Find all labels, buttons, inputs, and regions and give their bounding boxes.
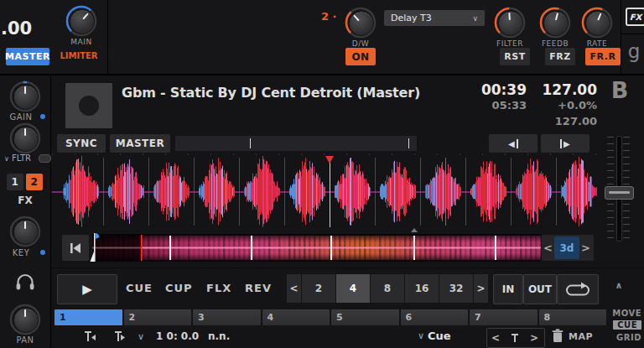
next-cue-icon[interactable] xyxy=(111,330,127,343)
track-title: Gbm - Static By DJ Cent Detroit (Master) xyxy=(122,85,420,101)
cue-type-select[interactable]: ∨ Cue xyxy=(418,330,451,342)
fx-rate-knob[interactable] xyxy=(581,7,613,39)
cue-flag-icon xyxy=(504,332,526,344)
cue-type-stepper: < > xyxy=(486,328,545,348)
fx-on-button[interactable]: ON xyxy=(345,48,376,65)
tempo-fader-handle[interactable] xyxy=(605,186,634,200)
loop-in-button[interactable]: IN xyxy=(493,274,523,304)
channel-strip: GAIN ∨ FLTR 1 2 FX KEY PAN xyxy=(0,75,51,348)
filter-knob[interactable] xyxy=(9,122,41,154)
fx-rate-label: RATE xyxy=(581,39,613,48)
tempo-fader-grip-line xyxy=(609,191,630,194)
edit-mode-grid[interactable]: GRID xyxy=(616,333,641,342)
skip-start-icon xyxy=(69,242,82,254)
phase-tick xyxy=(408,138,409,148)
fx-panel-badge-icon[interactable]: FX xyxy=(626,8,644,26)
chevron-down-icon: ∨ xyxy=(418,330,424,341)
bpm-base: 127.00 xyxy=(528,115,597,127)
hotcue-pads: 1 2 3 4 5 6 7 8 xyxy=(55,309,606,325)
gain-status-led xyxy=(40,114,45,119)
advanced-panel-chevron[interactable]: ∧ xyxy=(610,280,627,291)
hotcue-pad-3[interactable]: 3 xyxy=(193,309,261,325)
hotcue-pad-6[interactable]: 6 xyxy=(401,309,469,325)
fx-freeze-button[interactable]: FRZ xyxy=(545,48,575,65)
sync-button[interactable]: SYNC xyxy=(57,134,106,153)
fx-dry-wet-label: D/W xyxy=(345,39,377,48)
fx-assign-2-button[interactable]: 2 xyxy=(26,174,43,190)
waveform-canvas[interactable] xyxy=(52,156,597,227)
fx-preset-select[interactable]: Delay T3 ∨ xyxy=(384,10,485,26)
stripe-view-mode-button[interactable]: 3d xyxy=(554,236,579,259)
fx-feedback-knob[interactable] xyxy=(539,7,571,39)
tempo-bend-right-button[interactable]: ▶ xyxy=(541,134,589,153)
waveform-panel xyxy=(52,156,597,227)
album-art-placeholder-circle xyxy=(79,96,99,116)
fx-filter-button[interactable]: RST xyxy=(500,48,530,65)
loop-active-button[interactable] xyxy=(557,274,599,304)
headphone-cue-icon[interactable] xyxy=(15,273,35,293)
stripe-canvas[interactable] xyxy=(92,234,541,262)
skip-to-start-button[interactable] xyxy=(62,235,89,261)
edit-mode-cue-selected[interactable]: CUE xyxy=(613,320,641,330)
filter-label: FLTR xyxy=(12,153,31,163)
stripe-view-next-button[interactable]: > xyxy=(579,242,592,254)
hotcue-pad-5[interactable]: 5 xyxy=(331,309,399,325)
bpm-display: 127.00 xyxy=(528,81,597,98)
beat-ruler xyxy=(52,153,597,155)
stripe-marker-triangle xyxy=(411,228,418,232)
cue-type-prev-button[interactable]: < xyxy=(487,332,504,344)
album-art xyxy=(65,83,112,128)
loop-size-4-selected[interactable]: 4 xyxy=(336,274,370,303)
traktor-deck-window: .00 MAIN MASTER LIMITER 2 · D/W ON Delay… xyxy=(0,0,644,348)
flx-button[interactable]: FLX xyxy=(206,274,231,303)
loop-size-selector: < 2 4 8 16 32 > xyxy=(287,274,488,303)
tempo-bend-left-button[interactable]: ◀ xyxy=(489,134,538,153)
edit-mode-move[interactable]: MOVE xyxy=(612,309,641,318)
chevron-down-icon: ∨ xyxy=(472,14,478,23)
filter-toggle[interactable] xyxy=(39,154,51,163)
pan-label: PAN xyxy=(9,335,41,345)
delete-cue-trash-icon[interactable] xyxy=(552,329,564,343)
main-volume-knob[interactable] xyxy=(65,5,97,37)
loop-size-8[interactable]: 8 xyxy=(371,274,404,303)
divider xyxy=(621,34,644,34)
filter-select[interactable]: ∨ FLTR xyxy=(4,153,31,163)
loop-size-32[interactable]: 32 xyxy=(439,274,473,303)
gain-knob[interactable] xyxy=(9,81,41,112)
cue-type-next-button[interactable]: > xyxy=(526,332,543,344)
hotcue-pad-4[interactable]: 4 xyxy=(262,309,330,325)
loop-out-button[interactable]: OUT xyxy=(523,274,557,304)
loop-size-16[interactable]: 16 xyxy=(405,274,439,303)
top-bar: .00 MAIN MASTER LIMITER 2 · D/W ON Delay… xyxy=(0,0,644,75)
key-knob[interactable] xyxy=(9,216,41,247)
rev-button[interactable]: REV xyxy=(245,274,272,303)
fx-dry-wet-knob[interactable] xyxy=(345,7,377,39)
cue-list-chevron[interactable]: ∨ xyxy=(138,331,144,342)
time-total: 05:33 xyxy=(453,99,527,112)
fx-rate-range-button[interactable]: FR.R xyxy=(585,48,621,65)
hotcue-pad-1[interactable]: 1 xyxy=(55,309,122,325)
fx-filter-knob[interactable] xyxy=(494,7,526,39)
map-button[interactable]: MAP xyxy=(569,331,593,342)
loop-size-prev-button[interactable]: < xyxy=(287,274,301,303)
loop-size-next-button[interactable]: > xyxy=(474,274,488,303)
fx-assign-1-button[interactable]: 1 xyxy=(7,174,23,190)
hotcue-pad-7[interactable]: 7 xyxy=(470,309,538,325)
pattern-player-icon[interactable]: g xyxy=(624,40,644,62)
cue-button[interactable]: CUE xyxy=(126,274,153,303)
chevron-down-icon: ∨ xyxy=(4,155,9,163)
cup-button[interactable]: CUP xyxy=(165,274,193,303)
master-clock-button[interactable]: MASTER xyxy=(6,48,49,65)
play-button[interactable]: ▶ xyxy=(57,274,117,304)
stripe-overview[interactable] xyxy=(92,234,541,262)
hotcue-pad-2[interactable]: 2 xyxy=(124,309,192,325)
stripe-view-prev-button[interactable]: < xyxy=(542,242,554,254)
cue-position: 1 0: 0.0 xyxy=(156,330,199,342)
pan-knob[interactable] xyxy=(9,304,41,335)
nudge-bar-icon xyxy=(560,139,562,148)
loop-size-2[interactable]: 2 xyxy=(302,274,335,303)
hotcue-pad-8[interactable]: 8 xyxy=(539,309,607,325)
deck-master-button[interactable]: MASTER xyxy=(110,134,170,153)
prev-cue-icon[interactable] xyxy=(80,330,97,343)
main-knob-label: MAIN xyxy=(65,38,97,46)
